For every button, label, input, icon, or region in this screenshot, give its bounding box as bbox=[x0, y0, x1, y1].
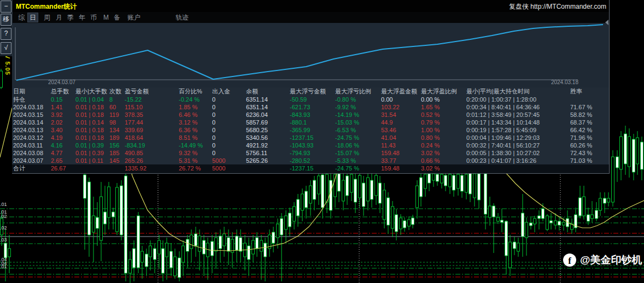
table-cell: -1237.15 bbox=[290, 164, 335, 173]
table-cell: 5680.25 bbox=[246, 126, 290, 134]
table-cell: 盈亏金额 bbox=[125, 87, 179, 96]
table-cell: 6236.04 bbox=[246, 111, 290, 119]
minimize-button[interactable]: − bbox=[1, 1, 11, 13]
stats-panel: MTCommander统计 复盘侠 http://MTCommander.com… bbox=[12, 0, 610, 174]
table-cell: 98 bbox=[109, 119, 125, 126]
table-cell: 189 bbox=[109, 134, 125, 142]
table-cell: 185 bbox=[109, 149, 125, 157]
table-cell: 最小|大手数 bbox=[75, 87, 109, 96]
table-cell: 2024.03.07 bbox=[13, 157, 51, 164]
table-cell: -621.73 bbox=[290, 103, 335, 111]
tab-weekly[interactable]: 周 bbox=[42, 13, 52, 22]
table-cell: -880.1 bbox=[290, 119, 335, 126]
table-cell: 0.00 % bbox=[421, 96, 466, 103]
table-cell: -14.49 % bbox=[179, 142, 212, 149]
table-cell: 0.24 % bbox=[421, 142, 466, 149]
table-cell: -15.03 % bbox=[335, 119, 381, 126]
table-cell: 0.80 % bbox=[421, 134, 466, 142]
table-row: 2024.03.133.400.01 | 0.18134339.696.36 %… bbox=[12, 126, 609, 134]
table-cell: 0.52 % bbox=[421, 111, 466, 119]
equity-chart: 2024.03.07 2024.03.18 bbox=[12, 23, 609, 87]
watermark: f @美金印钞机 bbox=[563, 253, 642, 267]
table-cell: 2024.03.11 bbox=[13, 142, 51, 149]
tab-notes[interactable]: 备 bbox=[112, 13, 122, 22]
help-button[interactable]: ? bbox=[1, 28, 11, 40]
price-label: .01 bbox=[0, 264, 7, 269]
tab-summary[interactable]: 综 bbox=[16, 13, 26, 22]
table-cell: 0.01 | 0.04 bbox=[75, 96, 109, 103]
price-label: .02 bbox=[0, 214, 7, 219]
equity-line bbox=[16, 25, 603, 80]
tab-currency[interactable]: 币 bbox=[89, 13, 98, 22]
table-cell: -1237.15 bbox=[290, 134, 335, 142]
table-cell: 26.67 bbox=[51, 164, 75, 173]
tab-m[interactable]: M bbox=[102, 13, 110, 22]
tab-track[interactable]: 轨迹 bbox=[174, 13, 190, 22]
table-cell: 5857.69 bbox=[246, 119, 290, 126]
move-tool-button[interactable]: 移 bbox=[1, 14, 11, 26]
table-cell: 5.31 % bbox=[179, 157, 212, 164]
table-cell: -9.92 % bbox=[335, 103, 381, 111]
table-cell: 最大浮亏比例 bbox=[335, 87, 381, 96]
table-cell: 胜率 bbox=[570, 87, 610, 96]
table-cell: 60 bbox=[109, 103, 125, 111]
table-cell: 0 bbox=[212, 142, 246, 149]
table-cell: -24.75 % bbox=[335, 134, 381, 142]
confirm-button[interactable]: √ bbox=[1, 42, 11, 54]
tab-yearly[interactable]: 年 bbox=[77, 13, 87, 22]
table-cell: -365.99 bbox=[290, 126, 335, 134]
table-cell: 156 bbox=[109, 142, 125, 149]
table-cell: 0.01 | 0.18 bbox=[75, 134, 109, 142]
table-cell: 6351.14 bbox=[246, 96, 290, 103]
table-cell bbox=[466, 164, 570, 173]
table-cell: 4.77 bbox=[51, 149, 75, 157]
table-cell: 3.12 % bbox=[179, 119, 212, 126]
table-cell: 0 bbox=[212, 111, 246, 119]
tab-quarterly[interactable]: 季 bbox=[66, 13, 75, 22]
table-row: 2024.03.181.410.01 | 0.1860115.101.85 %0… bbox=[12, 103, 609, 111]
table-cell: 145 bbox=[109, 157, 125, 164]
panel-site-link: 复盘侠 http://MTCommander.com bbox=[509, 2, 606, 11]
tab-monthly[interactable]: 月 bbox=[54, 13, 64, 22]
table-cell: -15.22 bbox=[125, 96, 179, 103]
table-cell: 1335.92 bbox=[125, 164, 179, 173]
table-cell: 2024.03.14 bbox=[13, 119, 51, 126]
table-cell: 66.42 % bbox=[570, 126, 610, 134]
table-cell: 4.19 bbox=[51, 134, 75, 142]
table-cell: 0.01 | 0.18 bbox=[75, 111, 109, 119]
table-cell: 0 bbox=[212, 134, 246, 142]
version-label: V 5.05 bbox=[4, 55, 11, 75]
table-cell: -50.59 bbox=[290, 96, 335, 103]
table-cell: 3.92 bbox=[51, 111, 75, 119]
table-cell: 6351.14 bbox=[246, 103, 290, 111]
table-cell: 418.64 bbox=[125, 134, 179, 142]
tab-daily[interactable]: 日 bbox=[28, 13, 38, 22]
table-cell: 0 bbox=[212, 149, 246, 157]
table-cell: 次数 bbox=[109, 87, 125, 96]
table-cell: 0:00:23 | 0:41:07 | 3:16:26 bbox=[466, 157, 570, 164]
table-cell: 71.03 % bbox=[570, 157, 610, 164]
table-cell: 378.35 bbox=[125, 111, 179, 119]
table-cell: 68.37 % bbox=[570, 119, 610, 126]
table-cell: 1.85 % bbox=[179, 103, 212, 111]
table-cell: -14.19 % bbox=[335, 111, 381, 119]
table-cell: 总手数 bbox=[51, 87, 75, 96]
table-cell: 44.9 bbox=[381, 119, 421, 126]
table-cell: 339.69 bbox=[125, 126, 179, 134]
table-cell: 5340.56 bbox=[246, 134, 290, 142]
table-cell: 58.82 % bbox=[570, 111, 610, 119]
panel-title-bar[interactable]: MTCommander统计 复盘侠 http://MTCommander.com bbox=[12, 0, 609, 12]
panel-title: MTCommander统计 bbox=[16, 2, 77, 11]
table-cell: -6.53 % bbox=[335, 126, 381, 134]
tab-account[interactable]: 账户 bbox=[126, 13, 142, 22]
table-cell: 26.72 % bbox=[179, 164, 212, 173]
panel-resize-icon[interactable] bbox=[605, 20, 608, 25]
table-cell: -1043.93 bbox=[290, 142, 335, 149]
table-cell: 159.48 bbox=[381, 164, 421, 173]
table-cell: 0:00:17 | 1:43:34 | 10:14:48 bbox=[466, 119, 570, 126]
table-cell: 177.44 bbox=[125, 119, 179, 126]
table-cell: 2.02 bbox=[51, 119, 75, 126]
table-cell: 33.77 bbox=[381, 157, 421, 164]
table-cell: -18.06 % bbox=[335, 142, 381, 149]
table-cell: 490.85 bbox=[125, 149, 179, 157]
